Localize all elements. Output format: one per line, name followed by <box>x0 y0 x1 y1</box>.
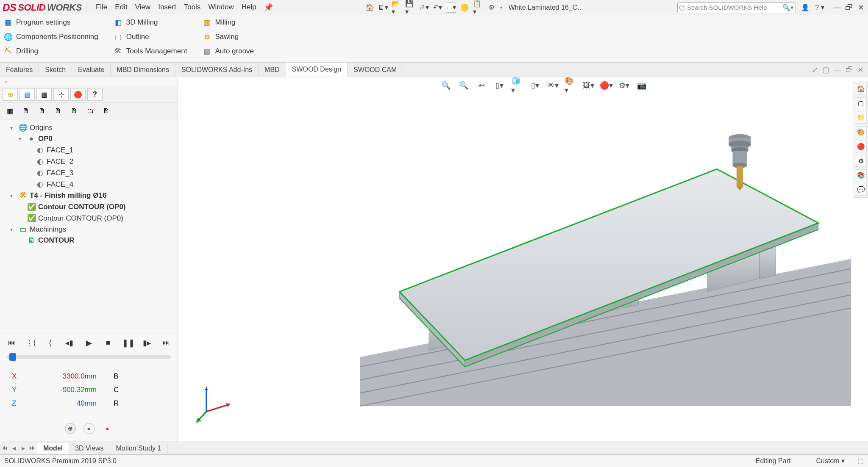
settings-icon[interactable]: ⚙ <box>487 3 497 13</box>
tb2-7[interactable]: 🗎 <box>99 105 114 117</box>
hide-show-icon[interactable]: 👁▾ <box>547 80 559 91</box>
status-units[interactable]: Custom ▾ <box>803 457 857 465</box>
cmd-drilling[interactable]: ⛏Drilling <box>3 47 98 56</box>
tp-folder-icon[interactable]: 📁 <box>855 112 867 124</box>
view-orient-icon[interactable]: 🧊▾ <box>511 80 523 91</box>
tp-custom-icon[interactable]: ⚙ <box>855 155 867 167</box>
tab-features[interactable]: Features <box>0 64 39 76</box>
cmd-tools-management[interactable]: 🛠Tools Management <box>114 47 187 56</box>
panel-tiles-icon[interactable]: ▢ <box>822 65 829 75</box>
cmd-components-positioning[interactable]: 🌐Components Positionning <box>3 32 98 41</box>
menu-view[interactable]: View <box>135 3 151 12</box>
tb-info-icon[interactable]: ? <box>87 88 103 101</box>
home-icon[interactable]: 🏠 <box>364 3 375 13</box>
help-icon[interactable]: ? ▾ <box>815 3 825 13</box>
pb-stop[interactable]: ■ <box>103 338 114 348</box>
coord-btn-3[interactable]: ● <box>102 423 113 434</box>
cmd-auto-groove[interactable]: ▤Auto groove <box>202 47 254 56</box>
tp-palette-icon[interactable]: 🎨 <box>855 126 867 138</box>
tree-face-4[interactable]: ◐FACE_4 <box>27 179 176 190</box>
tree-contour-1[interactable]: ✅Contour CONTOUR (OP0) <box>19 201 176 213</box>
tb2-5[interactable]: 🗎 <box>67 105 81 117</box>
tp-box-icon[interactable]: ▢ <box>855 97 867 109</box>
tb-face-icon[interactable]: ▦ <box>36 88 52 101</box>
feature-tree[interactable]: ▾🌐Origins ▾●OP0 ◐FACE_1 ◐FACE_2 ◐FACE_3 … <box>0 119 178 334</box>
pin-icon[interactable]: 📌 <box>264 3 273 12</box>
tb2-3[interactable]: 🗎 <box>35 105 49 117</box>
print-icon[interactable]: 🖨▾ <box>419 3 429 13</box>
tp-library-icon[interactable]: 📚 <box>855 169 867 181</box>
view-settings-icon[interactable]: ⚙▾ <box>618 80 630 91</box>
tree-face-1[interactable]: ◐FACE_1 <box>27 144 176 156</box>
cmd-sawing[interactable]: ⚙Sawing <box>202 32 254 41</box>
tab-swood-cam[interactable]: SWOOD CAM <box>348 64 403 76</box>
prev-view-icon[interactable]: ↩ <box>476 80 487 91</box>
coord-btn-2[interactable]: ● <box>83 423 95 434</box>
zoom-area-icon[interactable]: 🔍 <box>458 80 470 91</box>
render-icon[interactable]: 🔴▾ <box>600 80 612 91</box>
user-icon[interactable]: 👤 <box>800 3 810 13</box>
tree-contour-2[interactable]: ✅Contour CONTOUR (OP0) <box>19 213 176 224</box>
panel-min-icon[interactable]: — <box>834 65 841 75</box>
new-doc-icon[interactable]: 🗎▾ <box>378 3 388 13</box>
tab-mbd-dimensions[interactable]: MBD Dimensions <box>111 64 175 76</box>
tree-face-3[interactable]: ◐FACE_3 <box>27 167 176 179</box>
bottom-tab-model[interactable]: Model <box>37 443 69 454</box>
tab-swood-design[interactable]: SWOOD Design <box>286 63 348 77</box>
tb2-1[interactable]: ▦ <box>3 105 17 117</box>
menu-file[interactable]: File <box>96 3 107 12</box>
pb-next[interactable]: ▮▸ <box>141 338 152 348</box>
section-icon[interactable]: ▯▾ <box>493 80 505 91</box>
restore-button[interactable]: 🗗 <box>844 3 854 12</box>
panel-expand-icon[interactable]: ⤢ <box>812 65 818 75</box>
pb-rewind[interactable]: ◂▮ <box>64 338 75 348</box>
capture-icon[interactable]: 📷 <box>636 80 648 91</box>
graphics-viewport[interactable]: 🔍 🔍 ↩ ▯▾ 🧊▾ ▯▾ 👁▾ 🎨▾ 🖼▾ 🔴▾ ⚙▾ 📷 🏠 ▢ 📁 🎨 … <box>178 77 868 442</box>
coord-btn-1[interactable]: ⊕ <box>65 423 76 434</box>
pb-first[interactable]: ⏮ <box>6 338 17 348</box>
menu-tools[interactable]: Tools <box>184 3 201 12</box>
tab-sketch[interactable]: Sketch <box>39 64 72 76</box>
pb-pause[interactable]: ❚❚ <box>122 338 133 348</box>
tb-op-icon[interactable]: ▤ <box>19 88 35 101</box>
tree-machining-contour[interactable]: 🗎CONTOUR <box>19 235 176 246</box>
panel-max-icon[interactable]: 🗗 <box>846 65 853 75</box>
tb2-6[interactable]: 🗀 <box>83 105 97 117</box>
bottom-tab-3dviews[interactable]: 3D Views <box>69 443 110 454</box>
tab-evaluate[interactable]: Evaluate <box>72 64 111 76</box>
minimize-button[interactable]: — <box>832 3 842 12</box>
help-search[interactable]: ? Search SOLIDWORKS Help 🔍▾ <box>677 2 796 13</box>
tab-solidworks-addins[interactable]: SOLIDWORKS Add-Ins <box>175 64 259 76</box>
pb-play[interactable]: ▶ <box>83 338 95 348</box>
cmd-program-settings[interactable]: ▦Program settings <box>3 18 98 27</box>
btab-first[interactable]: ⏮ <box>0 444 9 452</box>
save-icon[interactable]: 💾▾ <box>405 3 415 13</box>
display-style-icon[interactable]: ▯▾ <box>529 80 541 91</box>
pb-prev[interactable]: ⟨ <box>45 338 56 348</box>
tab-mbd[interactable]: MBD <box>259 64 286 76</box>
tp-forum-icon[interactable]: 💬 <box>855 184 867 196</box>
orientation-triad[interactable] <box>195 385 233 425</box>
zoom-fit-icon[interactable]: 🔍 <box>440 80 452 91</box>
tb-appearance-icon[interactable]: 🔴 <box>70 88 86 101</box>
btab-next[interactable]: ▸ <box>19 444 28 452</box>
menu-help[interactable]: Help <box>242 3 256 12</box>
tb2-2[interactable]: 🗎 <box>19 105 33 117</box>
close-button[interactable]: ✕ <box>856 3 865 12</box>
status-extra-icon[interactable]: ⬚ <box>857 457 864 465</box>
appearance-icon[interactable]: 🎨▾ <box>565 80 576 91</box>
options-icon[interactable]: 📋▾ <box>473 3 483 13</box>
menu-insert[interactable]: Insert <box>158 3 176 12</box>
menu-window[interactable]: Window <box>208 3 234 12</box>
bottom-tab-motion-study[interactable]: Motion Study 1 <box>110 443 168 454</box>
open-icon[interactable]: 📂▾ <box>392 3 402 13</box>
tp-home-icon[interactable]: 🏠 <box>855 83 867 95</box>
tb2-4[interactable]: 🗎 <box>51 105 65 117</box>
tp-appearance-icon[interactable]: 🔴 <box>855 141 867 152</box>
panel-close-icon[interactable]: ✕ <box>857 65 864 75</box>
playback-slider[interactable] <box>7 355 171 359</box>
undo-icon[interactable]: ↶▾ <box>432 3 442 13</box>
cmd-3d-milling[interactable]: ◧3D Milling <box>114 18 187 27</box>
search-icon[interactable]: 🔍▾ <box>782 4 794 11</box>
menu-edit[interactable]: Edit <box>115 3 127 12</box>
